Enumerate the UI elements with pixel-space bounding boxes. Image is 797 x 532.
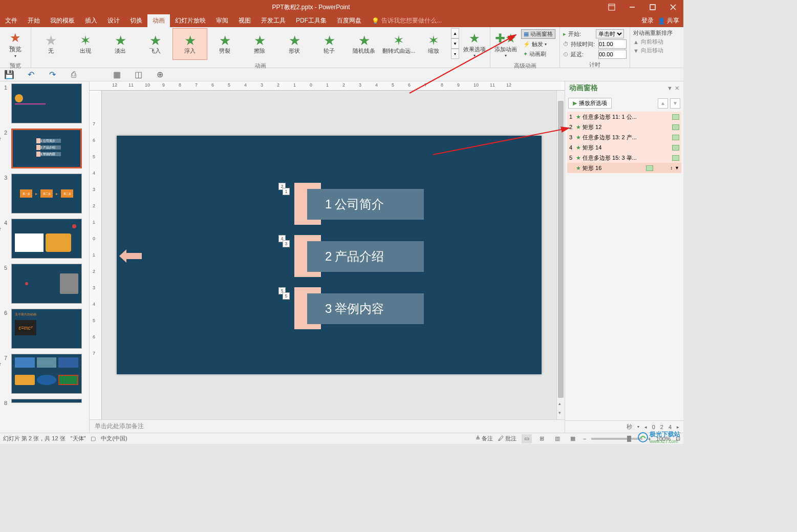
anim-shape[interactable]: ★形状 (277, 28, 312, 60)
thumbnail-3[interactable]: 3 第一步▸第二步▸第三步 (4, 174, 88, 214)
anim-item-1[interactable]: 1★任意多边形 11: 1 公... (567, 112, 681, 122)
menu-transition[interactable]: 切换 (125, 14, 147, 27)
anim-item-2[interactable]: 2★矩形 12 (567, 122, 681, 132)
anim-item-6[interactable]: ★矩形 16↕▼ (567, 163, 681, 173)
save-icon[interactable]: 💾 (3, 69, 15, 80)
anim-appear[interactable]: ✶出现 (68, 28, 103, 60)
thumbnail-7[interactable]: 7 ★ (4, 354, 88, 394)
slideshow-view-icon[interactable]: ▦ (568, 434, 578, 443)
screenshot-icon[interactable]: ⎙ (68, 69, 80, 80)
menu-dev[interactable]: 开发工具 (256, 14, 291, 27)
anim-split[interactable]: ★劈裂 (207, 28, 242, 60)
menu-start[interactable]: 开始 (23, 14, 45, 27)
thumbnail-8[interactable]: 8 (4, 399, 88, 406)
menu-slideshow[interactable]: 幻灯片放映 (170, 14, 211, 27)
zoom-icon[interactable]: ⊕ (154, 69, 166, 80)
menu-review[interactable]: 审阅 (211, 14, 233, 27)
login-button[interactable]: 登录 (641, 16, 654, 25)
anim-fade[interactable]: ★淡出 (103, 28, 138, 60)
reading-view-icon[interactable]: ▥ (552, 434, 563, 443)
move-up-button[interactable]: ▲ (658, 98, 668, 109)
move-backward-button[interactable]: ▼向后移动 (633, 47, 673, 54)
anim-floatin[interactable]: ★浮入 (173, 28, 207, 60)
next-slide-icon[interactable]: ▾ (558, 410, 561, 415)
play-selected-button[interactable]: ▶播放所选项 (568, 98, 612, 109)
anim-wipe[interactable]: ★擦除 (242, 28, 277, 60)
anim-tag[interactable]: 1 (283, 188, 290, 195)
anim-flyin[interactable]: ★飞入 (138, 28, 173, 60)
animation-painter-button[interactable]: ✦动画刷 (521, 50, 555, 58)
anim-wheel[interactable]: ★轮子 (312, 28, 347, 60)
pane-close-icon[interactable]: ✕ (675, 85, 679, 92)
anim-item-5[interactable]: 5★任意多边形 15: 3 举... (567, 153, 681, 163)
slide[interactable]: 2 1 1公司简介 4 3 2产品介绍 5 5 (117, 136, 542, 374)
dropdown-icon[interactable]: ▼ (675, 165, 679, 171)
start-select[interactable]: 单击时 (596, 29, 624, 38)
thumbnail-4[interactable]: 4 ★ (4, 219, 88, 259)
anim-item-3[interactable]: 3★任意多边形 13: 2 产... (567, 132, 681, 142)
language[interactable]: 中文(中国) (101, 435, 127, 442)
zoom-thumb[interactable] (627, 436, 631, 442)
anim-tag[interactable]: 3 (283, 240, 290, 247)
comments-button[interactable]: 🖊 批注 (498, 435, 516, 442)
spell-icon[interactable]: ▢ (91, 435, 96, 442)
minimize-icon[interactable] (622, 0, 642, 14)
thumbnail-6[interactable]: 6 关于两片的动画 ε=mc² (4, 309, 88, 349)
anim-fliprot[interactable]: ✶翻转式由远... (381, 28, 416, 60)
add-animation-button[interactable]: ✚★ 添加动画 ▾ (492, 28, 519, 61)
gallery-up-icon[interactable]: ▲ (451, 28, 459, 38)
undo-icon[interactable]: ↶ (25, 69, 37, 80)
maximize-icon[interactable] (642, 0, 663, 14)
tell-me[interactable]: 💡 告诉我您想要做什么... (372, 16, 442, 25)
vertical-scrollbar[interactable]: ▴ ▾ (556, 91, 565, 419)
menu-baidu[interactable]: 百度网盘 (332, 14, 367, 27)
menu-view[interactable]: 视图 (233, 14, 256, 27)
pane-dropdown-icon[interactable]: ▼ (667, 85, 673, 92)
toc-bar[interactable]: 3举例内容 (307, 293, 424, 324)
anim-item-4[interactable]: 4★矩形 14 (567, 142, 681, 153)
zoom-slider[interactable] (591, 438, 642, 440)
move-down-button[interactable]: ▼ (670, 98, 680, 109)
menu-pdf[interactable]: PDF工具集 (291, 14, 332, 27)
toc-item-3[interactable]: 5 5 3举例内容 (275, 287, 424, 329)
menu-animation[interactable]: 动画 (147, 14, 170, 27)
menu-template[interactable]: 我的模板 (45, 14, 80, 27)
table-icon[interactable]: ▦ (111, 69, 123, 80)
move-forward-button[interactable]: ▲向前移动 (633, 38, 673, 46)
duration-input[interactable] (598, 39, 627, 49)
thumbnail-5[interactable]: 5 (4, 264, 88, 304)
share-button[interactable]: 👤共享 (658, 16, 679, 25)
menu-design[interactable]: 设计 (102, 14, 125, 27)
gallery-down-icon[interactable]: ▼ (451, 38, 459, 49)
preview-button[interactable]: ★ 预览 ▾ (2, 28, 29, 61)
anim-none[interactable]: ★无 (33, 28, 68, 60)
thumbnail-2[interactable]: 2 ★ 1 公司简介 2 产品介绍 3 举例内容 (4, 129, 88, 168)
chart-icon[interactable]: ◫ (132, 69, 144, 80)
delay-input[interactable] (598, 50, 627, 59)
anim-tag[interactable]: 5 (283, 292, 290, 300)
scrollbar-thumb[interactable] (558, 101, 564, 398)
toc-bar[interactable]: 1公司简介 (307, 189, 424, 220)
animation-pane-button[interactable]: ▦动画窗格 (521, 29, 555, 39)
menu-file[interactable]: 文件 (0, 14, 23, 27)
toc-item-2[interactable]: 4 3 2产品介绍 (275, 235, 424, 277)
notes-button[interactable]: ≜ 备注 (476, 435, 493, 442)
prev-slide-icon[interactable]: ▴ (558, 401, 561, 406)
zoom-out-icon[interactable]: − (583, 436, 586, 442)
toc-item-1[interactable]: 2 1 1公司简介 (275, 183, 424, 225)
slide-thumbnails[interactable]: 1 2 ★ 1 公司简介 2 产品介绍 3 举例内容 3 第一步▸第二步▸第三步… (0, 81, 90, 433)
gallery-more-icon[interactable]: ▾ (451, 49, 459, 59)
sorter-view-icon[interactable]: ⊞ (537, 434, 547, 443)
normal-view-icon[interactable]: ▭ (522, 434, 532, 443)
anim-random[interactable]: ★随机线条 (347, 28, 381, 60)
close-icon[interactable] (663, 0, 683, 14)
effect-options-button[interactable]: ★ 效果选项 ▾ (461, 28, 488, 61)
slide-canvas[interactable]: 2 1 1公司简介 4 3 2产品介绍 5 5 (102, 91, 556, 419)
thumbnail-1[interactable]: 1 (4, 83, 88, 123)
ribbon-options-icon[interactable] (601, 0, 622, 14)
redo-icon[interactable]: ↷ (46, 69, 58, 80)
toc-bar[interactable]: 2产品介绍 (307, 241, 424, 272)
trigger-button[interactable]: ⚡触发▾ (521, 40, 555, 49)
anim-zoom[interactable]: ✶缩放 (416, 28, 451, 60)
notes-bar[interactable]: 单击此处添加备注 (90, 419, 565, 433)
